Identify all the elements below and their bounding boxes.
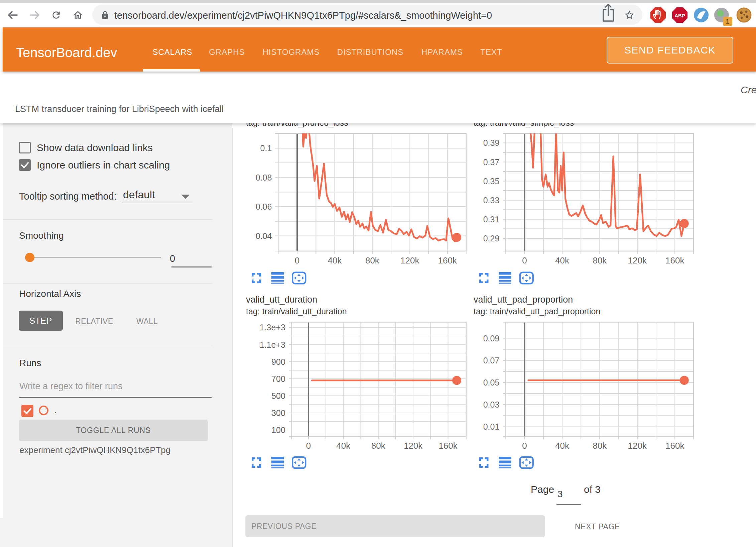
svg-text:0: 0 [295,255,299,265]
svg-text:160k: 160k [665,441,684,451]
svg-text:0.09: 0.09 [483,334,500,343]
svg-text:0.08: 0.08 [256,173,272,182]
svg-text:120k: 120k [628,441,647,451]
svg-text:0: 0 [522,255,527,265]
svg-text:0.01: 0.01 [483,422,500,431]
svg-text:0: 0 [522,441,527,451]
svg-text:0.39: 0.39 [483,138,500,147]
svg-text:80k: 80k [371,441,386,451]
svg-text:80k: 80k [593,441,607,451]
svg-text:120k: 120k [400,255,419,265]
svg-text:1.3e+3: 1.3e+3 [260,323,285,332]
svg-text:80k: 80k [593,255,607,265]
svg-text:0.06: 0.06 [256,202,272,211]
svg-text:tag: train/valid_utt_duration: tag: train/valid_utt_duration [246,307,347,316]
svg-text:120k: 120k [404,441,423,451]
svg-text:0.04: 0.04 [256,231,272,241]
svg-text:500: 500 [271,391,285,401]
svg-text:0.35: 0.35 [483,177,500,186]
svg-text:0.29: 0.29 [483,234,500,243]
svg-text:0.31: 0.31 [483,215,500,224]
svg-text:300: 300 [271,408,285,418]
svg-text:120k: 120k [628,255,647,265]
svg-text:0: 0 [306,441,311,451]
svg-text:80k: 80k [365,255,380,265]
svg-text:40k: 40k [336,441,351,451]
svg-text:0.37: 0.37 [483,157,500,167]
svg-text:0.33: 0.33 [483,196,500,205]
svg-text:160k: 160k [438,441,458,451]
svg-text:900: 900 [271,357,285,366]
svg-text:0.03: 0.03 [483,400,500,409]
svg-text:0.07: 0.07 [483,356,500,365]
svg-text:40k: 40k [328,255,342,265]
svg-text:40k: 40k [555,255,570,265]
svg-text:0.05: 0.05 [483,378,500,387]
svg-text:160k: 160k [665,255,684,265]
svg-text:160k: 160k [438,255,457,265]
svg-text:0.1: 0.1 [260,143,272,153]
svg-text:700: 700 [271,374,285,384]
svg-text:100: 100 [271,425,285,435]
svg-text:40k: 40k [555,441,570,451]
svg-text:valid_utt_pad_proportion: valid_utt_pad_proportion [474,295,573,305]
svg-text:valid_utt_duration: valid_utt_duration [246,295,317,305]
svg-text:tag: train/valid_utt_pad_propo: tag: train/valid_utt_pad_proportion [474,307,600,316]
svg-text:1.1e+3: 1.1e+3 [260,340,285,349]
